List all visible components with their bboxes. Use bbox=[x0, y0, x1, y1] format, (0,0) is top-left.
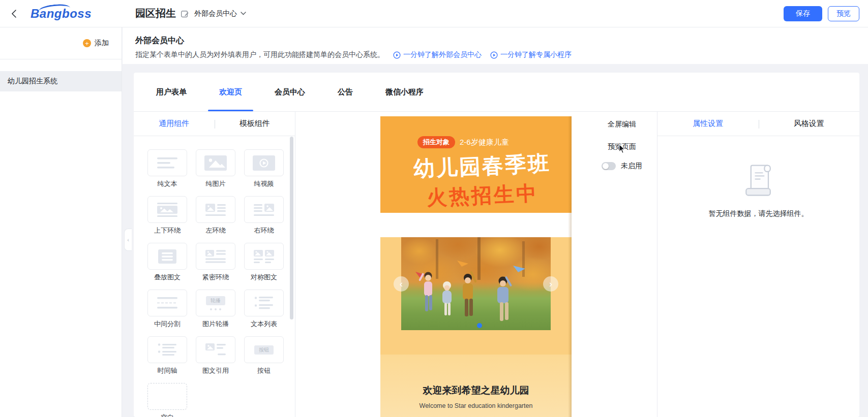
carousel-icon: 轮播 bbox=[206, 296, 225, 305]
plus-icon: + bbox=[83, 39, 91, 47]
component-pure-image[interactable]: 纯图片 bbox=[196, 149, 235, 188]
welcome-subtitle: Welcome to Star education kindergarten bbox=[380, 402, 572, 409]
fullscreen-edit-button[interactable]: 全屏编辑 bbox=[608, 120, 636, 129]
tab-attribute-settings[interactable]: 属性设置 bbox=[657, 119, 759, 129]
component-blank[interactable]: 空白 bbox=[147, 383, 187, 417]
tab-general-components[interactable]: 通用组件 bbox=[134, 119, 215, 129]
component-wrap-right[interactable]: 右环绕 bbox=[244, 196, 284, 235]
middle-divider-icon bbox=[156, 296, 178, 311]
save-button[interactable]: 保存 bbox=[784, 6, 822, 21]
empty-state-text: 暂无组件数据，请先选择组件。 bbox=[709, 209, 809, 218]
text-list-icon bbox=[253, 296, 275, 311]
app-switcher-label: 外部会员中心 bbox=[194, 9, 237, 18]
preview-button[interactable]: 预览 bbox=[828, 6, 859, 21]
sidebar: + 添加 幼儿园招生系统 bbox=[0, 27, 122, 417]
tab-welcome-page[interactable]: 欢迎页 bbox=[219, 73, 242, 111]
module-header: 外部会员中心 指定某个表单中的人员为对外填表用户，可用此功能搭建简单的会员中心系… bbox=[123, 27, 868, 64]
chevron-down-icon bbox=[241, 12, 246, 15]
empty-scroll-icon bbox=[739, 162, 778, 200]
empty-state: 暂无组件数据，请先选择组件。 bbox=[657, 136, 859, 417]
poster-carousel-section: ‹ › bbox=[380, 237, 572, 355]
sidebar-collapse-handle[interactable]: ‹ bbox=[124, 229, 132, 251]
component-wrap-top-bottom[interactable]: 上下环绕 bbox=[147, 196, 187, 235]
wrap-left-icon bbox=[204, 202, 227, 217]
divider bbox=[215, 120, 215, 129]
sidebar-item-enroll-system[interactable]: 幼儿园招生系统 bbox=[0, 71, 122, 91]
component-tight-wrap[interactable]: 紧密环绕 bbox=[196, 243, 235, 281]
tab-announcement[interactable]: 公告 bbox=[338, 73, 353, 111]
welcome-title: 欢迎来到希望之星幼儿园 bbox=[380, 355, 572, 397]
app-switcher-dropdown[interactable]: 外部会员中心 bbox=[194, 9, 246, 18]
rename-icon[interactable] bbox=[181, 10, 189, 18]
component-list: 纯文本 纯图片 纯视频 上下环绕 bbox=[134, 136, 295, 417]
tab-style-settings[interactable]: 风格设置 bbox=[759, 119, 860, 129]
help-link-mini-program[interactable]: 一分钟了解专属小程序 bbox=[490, 50, 572, 59]
tab-user-form[interactable]: 用户表单 bbox=[156, 73, 187, 111]
tab-wechat-mini-program[interactable]: 微信小程序 bbox=[385, 73, 424, 111]
help-link-member-center[interactable]: 一分钟了解外部会员中心 bbox=[393, 50, 482, 59]
blank-icon bbox=[147, 383, 187, 410]
component-middle-divider[interactable]: 中间分割 bbox=[147, 290, 187, 328]
kids-playing-illustration bbox=[401, 237, 551, 330]
component-palette: 通用组件 模板组件 纯文本 纯图片 纯视频 bbox=[134, 112, 295, 417]
text-lines-icon bbox=[156, 155, 178, 171]
component-text-list[interactable]: 文本列表 bbox=[244, 290, 284, 328]
module-description: 指定某个表单中的人员为对外填表用户，可用此功能搭建简单的会员中心系统。 bbox=[135, 50, 384, 59]
media-quote-icon bbox=[204, 342, 227, 358]
enable-toggle[interactable] bbox=[602, 162, 616, 170]
add-button[interactable]: + 添加 bbox=[0, 27, 122, 59]
button-icon: 按钮 bbox=[254, 345, 274, 355]
carousel-photo: ‹ › bbox=[401, 237, 551, 330]
component-image-carousel[interactable]: 轮播 图片轮播 bbox=[196, 290, 235, 328]
carousel-prev-button[interactable]: ‹ bbox=[394, 276, 409, 292]
play-icon bbox=[490, 51, 498, 59]
page-title: 园区招生 bbox=[135, 7, 176, 20]
component-wrap-left[interactable]: 左环绕 bbox=[196, 196, 235, 235]
image-icon bbox=[204, 155, 227, 171]
settings-panel: 属性设置 风格设置 暂无组件数据，请先选择组件。 bbox=[657, 112, 859, 417]
main-card: 用户表单 欢迎页 会员中心 公告 微信小程序 通用组件 模板组件 纯文本 bbox=[134, 73, 859, 417]
component-pure-text[interactable]: 纯文本 bbox=[147, 149, 187, 188]
timeline-icon bbox=[156, 342, 178, 358]
component-button[interactable]: 按钮 按钮 bbox=[244, 336, 284, 375]
module-title: 外部会员中心 bbox=[135, 27, 868, 46]
video-icon bbox=[253, 155, 275, 171]
carousel-dots-icon bbox=[210, 308, 221, 310]
welcome-page-poster: 招生对象 2-6岁健康儿童 幼儿园春季班 火热招生中 bbox=[380, 116, 572, 417]
back-button[interactable] bbox=[0, 0, 27, 27]
audience-text: 2-6岁健康儿童 bbox=[460, 138, 509, 147]
component-symmetric-media[interactable]: 对称图文 bbox=[244, 243, 284, 281]
play-icon bbox=[393, 51, 401, 59]
audience-badge: 招生对象 bbox=[417, 136, 455, 148]
wrap-top-bottom-icon bbox=[156, 202, 178, 217]
main-tabs: 用户表单 欢迎页 会员中心 公告 微信小程序 bbox=[134, 73, 859, 112]
tab-member-center[interactable]: 会员中心 bbox=[275, 73, 305, 111]
carousel-next-button[interactable]: › bbox=[543, 276, 558, 292]
tab-template-components[interactable]: 模板组件 bbox=[215, 119, 295, 129]
component-media-quote[interactable]: 图文引用 bbox=[196, 336, 235, 375]
poster-hero: 招生对象 2-6岁健康儿童 幼儿园春季班 火热招生中 bbox=[380, 116, 572, 213]
palette-scrollbar[interactable] bbox=[290, 137, 293, 319]
chevron-left-icon bbox=[11, 9, 17, 18]
poster-welcome-section: 欢迎来到希望之星幼儿园 Welcome to Star education ki… bbox=[380, 355, 572, 417]
brand-logo: Bangboss bbox=[31, 7, 97, 21]
stacked-media-icon bbox=[156, 249, 178, 264]
tight-wrap-icon bbox=[204, 249, 227, 264]
preview-page-button[interactable]: 预览页面 bbox=[608, 142, 636, 151]
carousel-active-dot[interactable] bbox=[477, 323, 482, 328]
add-label: 添加 bbox=[95, 39, 109, 48]
enable-toggle-label: 未启用 bbox=[621, 162, 642, 171]
divider bbox=[759, 120, 759, 129]
component-timeline[interactable]: 时间轴 bbox=[147, 336, 187, 375]
page-preview-canvas: 招生对象 2-6岁健康儿童 幼儿园春季班 火热招生中 bbox=[295, 112, 657, 417]
component-stacked-media[interactable]: 叠放图文 bbox=[147, 243, 187, 281]
wrap-right-icon bbox=[253, 202, 275, 217]
topbar: Bangboss 园区招生 外部会员中心 保存 预览 bbox=[0, 0, 868, 27]
component-pure-video[interactable]: 纯视频 bbox=[244, 149, 284, 188]
symmetric-media-icon bbox=[253, 249, 275, 264]
